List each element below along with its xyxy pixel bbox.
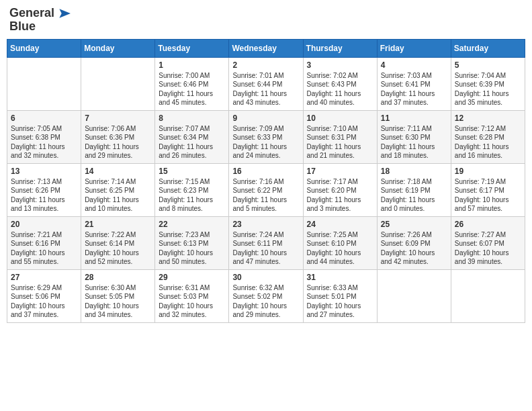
cell-info: Sunrise: 7:21 AM Sunset: 6:16 PM Dayligh… [11,230,77,267]
day-number: 22 [159,220,225,229]
logo-icon [57,9,71,18]
calendar-cell [7,57,81,110]
calendar-cell: 20Sunrise: 7:21 AM Sunset: 6:16 PM Dayli… [7,216,81,269]
calendar-cell: 12Sunrise: 7:12 AM Sunset: 6:28 PM Dayli… [451,110,525,163]
weekday-header-row: SundayMondayTuesdayWednesdayThursdayFrid… [7,39,525,57]
week-row-3: 13Sunrise: 7:13 AM Sunset: 6:26 PM Dayli… [7,163,525,216]
day-number: 30 [232,273,299,282]
cell-info: Sunrise: 7:27 AM Sunset: 6:07 PM Dayligh… [455,230,521,267]
calendar-cell: 31Sunrise: 6:33 AM Sunset: 5:01 PM Dayli… [303,269,377,322]
calendar-cell: 28Sunrise: 6:30 AM Sunset: 5:05 PM Dayli… [81,269,155,322]
week-row-5: 27Sunrise: 6:29 AM Sunset: 5:06 PM Dayli… [7,269,525,322]
svg-marker-0 [59,9,71,17]
day-number: 16 [232,167,299,176]
weekday-sunday: Sunday [7,39,81,57]
calendar-cell: 4Sunrise: 7:03 AM Sunset: 6:41 PM Daylig… [377,57,451,110]
calendar-cell: 5Sunrise: 7:04 AM Sunset: 6:39 PM Daylig… [451,57,525,110]
cell-info: Sunrise: 7:02 AM Sunset: 6:43 PM Dayligh… [307,71,373,107]
day-number: 31 [307,273,373,282]
day-number: 7 [85,113,151,123]
calendar-cell: 16Sunrise: 7:16 AM Sunset: 6:22 PM Dayli… [229,163,303,216]
cell-info: Sunrise: 7:05 AM Sunset: 6:38 PM Dayligh… [11,124,77,161]
cell-info: Sunrise: 7:24 AM Sunset: 6:11 PM Dayligh… [232,230,299,267]
cell-info: Sunrise: 6:29 AM Sunset: 5:06 PM Dayligh… [11,283,77,320]
cell-info: Sunrise: 6:30 AM Sunset: 5:05 PM Dayligh… [85,283,151,320]
logo-general: General [9,7,54,20]
cell-info: Sunrise: 6:32 AM Sunset: 5:02 PM Dayligh… [232,283,299,320]
logo-blue: Blue [9,20,36,34]
calendar-cell: 18Sunrise: 7:18 AM Sunset: 6:19 PM Dayli… [377,163,451,216]
calendar-cell [81,57,155,110]
calendar-cell: 13Sunrise: 7:13 AM Sunset: 6:26 PM Dayli… [7,163,81,216]
calendar-cell: 6Sunrise: 7:05 AM Sunset: 6:38 PM Daylig… [7,110,81,163]
weekday-monday: Monday [81,39,155,57]
day-number: 8 [159,113,225,123]
day-number: 28 [85,273,151,282]
day-number: 11 [381,113,447,123]
calendar-cell: 30Sunrise: 6:32 AM Sunset: 5:02 PM Dayli… [229,269,303,322]
day-number: 10 [307,113,373,123]
cell-info: Sunrise: 6:31 AM Sunset: 5:03 PM Dayligh… [159,283,225,320]
cell-info: Sunrise: 7:11 AM Sunset: 6:30 PM Dayligh… [381,124,447,161]
day-number: 23 [232,220,299,229]
day-number: 26 [455,220,521,229]
day-number: 4 [381,60,447,70]
weekday-wednesday: Wednesday [229,39,303,57]
day-number: 18 [381,167,447,176]
calendar-cell: 11Sunrise: 7:11 AM Sunset: 6:30 PM Dayli… [377,110,451,163]
calendar-cell: 14Sunrise: 7:14 AM Sunset: 6:25 PM Dayli… [81,163,155,216]
page-header: General Blue [7,7,525,34]
day-number: 17 [307,167,373,176]
cell-info: Sunrise: 7:22 AM Sunset: 6:14 PM Dayligh… [85,230,151,267]
cell-info: Sunrise: 7:23 AM Sunset: 6:13 PM Dayligh… [159,230,225,267]
day-number: 29 [159,273,225,282]
weekday-friday: Friday [377,39,451,57]
calendar-cell [451,269,525,322]
day-number: 25 [381,220,447,229]
day-number: 5 [455,60,521,70]
calendar-cell [377,269,451,322]
calendar-cell: 9Sunrise: 7:09 AM Sunset: 6:33 PM Daylig… [229,110,303,163]
logo: General Blue [9,7,71,34]
calendar-table: SundayMondayTuesdayWednesdayThursdayFrid… [7,39,525,323]
cell-info: Sunrise: 7:14 AM Sunset: 6:25 PM Dayligh… [85,177,151,214]
week-row-4: 20Sunrise: 7:21 AM Sunset: 6:16 PM Dayli… [7,216,525,269]
calendar-cell: 15Sunrise: 7:15 AM Sunset: 6:23 PM Dayli… [155,163,229,216]
calendar-cell: 19Sunrise: 7:19 AM Sunset: 6:17 PM Dayli… [451,163,525,216]
calendar-cell: 29Sunrise: 6:31 AM Sunset: 5:03 PM Dayli… [155,269,229,322]
day-number: 14 [85,167,151,176]
calendar-cell: 24Sunrise: 7:25 AM Sunset: 6:10 PM Dayli… [303,216,377,269]
cell-info: Sunrise: 7:09 AM Sunset: 6:33 PM Dayligh… [232,124,299,161]
week-row-2: 6Sunrise: 7:05 AM Sunset: 6:38 PM Daylig… [7,110,525,163]
cell-info: Sunrise: 7:12 AM Sunset: 6:28 PM Dayligh… [455,124,521,161]
calendar-cell: 17Sunrise: 7:17 AM Sunset: 6:20 PM Dayli… [303,163,377,216]
cell-info: Sunrise: 7:19 AM Sunset: 6:17 PM Dayligh… [455,177,521,214]
weekday-saturday: Saturday [451,39,525,57]
cell-info: Sunrise: 7:26 AM Sunset: 6:09 PM Dayligh… [381,230,447,267]
day-number: 12 [455,113,521,123]
day-number: 9 [232,113,299,123]
calendar-cell: 23Sunrise: 7:24 AM Sunset: 6:11 PM Dayli… [229,216,303,269]
day-number: 3 [307,60,373,70]
day-number: 2 [232,60,299,70]
day-number: 27 [11,273,77,282]
day-number: 15 [159,167,225,176]
cell-info: Sunrise: 7:00 AM Sunset: 6:46 PM Dayligh… [159,71,225,107]
calendar-cell: 21Sunrise: 7:22 AM Sunset: 6:14 PM Dayli… [81,216,155,269]
calendar-cell: 27Sunrise: 6:29 AM Sunset: 5:06 PM Dayli… [7,269,81,322]
calendar-cell: 7Sunrise: 7:06 AM Sunset: 6:36 PM Daylig… [81,110,155,163]
day-number: 21 [85,220,151,229]
calendar-cell: 22Sunrise: 7:23 AM Sunset: 6:13 PM Dayli… [155,216,229,269]
weekday-thursday: Thursday [303,39,377,57]
cell-info: Sunrise: 7:17 AM Sunset: 6:20 PM Dayligh… [307,177,373,214]
day-number: 20 [11,220,77,229]
day-number: 13 [11,167,77,176]
cell-info: Sunrise: 7:06 AM Sunset: 6:36 PM Dayligh… [85,124,151,161]
cell-info: Sunrise: 7:18 AM Sunset: 6:19 PM Dayligh… [381,177,447,214]
calendar-cell: 10Sunrise: 7:10 AM Sunset: 6:31 PM Dayli… [303,110,377,163]
cell-info: Sunrise: 7:04 AM Sunset: 6:39 PM Dayligh… [455,71,521,107]
cell-info: Sunrise: 7:15 AM Sunset: 6:23 PM Dayligh… [159,177,225,214]
cell-info: Sunrise: 7:10 AM Sunset: 6:31 PM Dayligh… [307,124,373,161]
calendar-cell: 8Sunrise: 7:07 AM Sunset: 6:34 PM Daylig… [155,110,229,163]
cell-info: Sunrise: 7:16 AM Sunset: 6:22 PM Dayligh… [232,177,299,214]
